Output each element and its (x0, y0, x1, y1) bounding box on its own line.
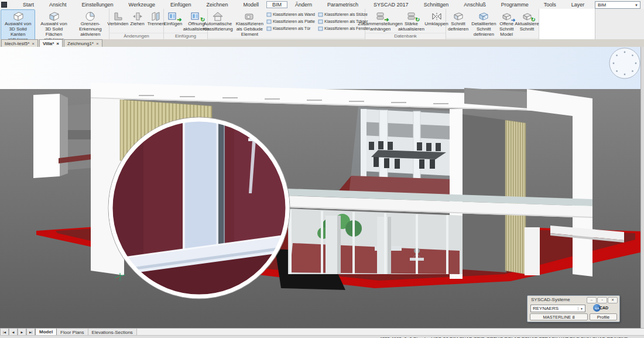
status-bar[interactable]: 4733.4693, 0 ,0 Standard ISO-50 BIM SNAP… (0, 335, 644, 338)
viewport-3d-scene[interactable] (0, 47, 644, 328)
classify-traeger-icon (318, 19, 323, 24)
doc-tab-zeichnung1[interactable]: Zeichnung1* × (64, 39, 102, 47)
menu-modell[interactable]: Modell (236, 1, 267, 8)
ribbon-group-auswahl: Auswahl von 3D Solid Kanten aktivieren A… (0, 9, 109, 39)
close-icon[interactable]: × (32, 41, 35, 46)
masterline-button[interactable]: MASTERLINE 8 (530, 313, 588, 320)
button-label: Trennen (147, 22, 165, 27)
button-label: Aktualisiere Schnitt (515, 22, 539, 32)
status-bar-text: 4733.4693, 0 ,0 Standard ISO-50 BIM SNAP… (379, 336, 644, 338)
document-tab-bar: blech-test5* × Villa* × Zeichnung1* × (0, 39, 644, 47)
flip-icon (430, 11, 444, 22)
menu-ansicht[interactable]: Ansicht (42, 1, 74, 8)
ribbon-empty-panel (539, 9, 595, 39)
menu-layer[interactable]: Layer (564, 1, 592, 8)
menu-bim[interactable]: BIM (266, 1, 287, 8)
select-3dsolid-faces-button[interactable]: Auswahl von 3D Solid Flächen aktivieren (36, 9, 71, 43)
small-button-label: Klassifizieren als Stütze (324, 12, 368, 16)
database-refresh-icon: ↻ (405, 11, 419, 22)
klassifizieren-als-wand-button[interactable]: Klassifizieren als Wand (266, 12, 315, 17)
verbinden-button[interactable]: Verbinden (107, 9, 128, 28)
einfuegen-button[interactable]: ➜ Einfügen (163, 9, 184, 28)
refresh-glyph: ↻ (200, 17, 205, 23)
close-icon[interactable]: × (96, 41, 99, 46)
doc-tab-label: blech-test5* (5, 41, 29, 46)
klassifizieren-als-stuetze-button[interactable]: Klassifizieren als Stütze (318, 12, 370, 17)
ribbon-group-aenderungen: Verbinden Ziehen Trennen Änderungen (109, 9, 164, 39)
menu-einstellungen[interactable]: Einstellungen (74, 1, 121, 8)
detaillierten-schnitt-button[interactable]: Detaillierten Schnitt definieren (470, 9, 497, 38)
menu-bar: Start Ansicht Einstellungen Werkzeuge Ei… (0, 0, 644, 9)
cube-faces-icon (47, 11, 61, 22)
klassifizieren-gebaeude-element-button[interactable]: Klassifizieren als Gebäude Element (235, 9, 265, 38)
minimize-icon[interactable]: – (587, 297, 597, 303)
group-label-datenbank: Datenbank (365, 33, 446, 39)
doc-tab-villa[interactable]: Villa* × (39, 39, 63, 47)
close-icon[interactable]: × (56, 41, 59, 46)
viewport-scrollbar[interactable] (640, 47, 644, 328)
menu-werkzeuge[interactable]: Werkzeuge (121, 1, 163, 8)
menu-einfuegen[interactable]: Einfügen (163, 1, 199, 8)
button-label: Ziehen (130, 22, 144, 27)
database-attach-icon: ➜ (374, 11, 388, 22)
menu-zeichnen[interactable]: Zeichnen (198, 1, 235, 8)
klassifizieren-als-platte-button[interactable]: Klassifizieren als Platte (266, 19, 315, 24)
building-element-icon (242, 11, 256, 22)
ribbon: Auswahl von 3D Solid Kanten aktivieren A… (0, 9, 644, 40)
maximize-icon[interactable]: ▫ (597, 297, 607, 303)
dialog-window-buttons: – ▫ ✕ (587, 297, 618, 303)
syscad-logo-text: CAD (600, 306, 608, 310)
button-label: Schnitt definieren (448, 22, 468, 32)
schnitt-definieren-button[interactable]: Schnitt definieren (447, 9, 470, 33)
menu-schnittgen[interactable]: Schnittgen (416, 1, 457, 8)
insert-window-icon: ➜ (166, 11, 180, 22)
menu-anschluss[interactable]: Anschluß (456, 1, 494, 8)
workspace-value: BIM (595, 2, 635, 8)
menu-syscad-2017[interactable]: SYSCAD 2017 (366, 1, 416, 8)
select-3dsolid-edges-button[interactable]: Auswahl von 3D Solid Kanten aktivieren (1, 9, 35, 43)
profile-button[interactable]: Profile (590, 313, 617, 320)
workspace-dropdown[interactable]: BIM ▼ (595, 1, 640, 9)
button-label: Umklappen (424, 22, 448, 27)
split-icon (149, 11, 163, 22)
button-label: Automatische Klassifizierung (203, 22, 233, 32)
refresh-glyph: ↻ (415, 17, 420, 23)
doc-tab-label: Villa* (43, 41, 54, 46)
classify-platte-icon (266, 19, 272, 24)
compass-dial[interactable] (609, 48, 640, 78)
classify-stuetze-icon (318, 12, 323, 17)
classify-tuer-icon (266, 26, 272, 31)
automatische-klassifizierung-button[interactable]: Automatische Klassifizierung (201, 9, 234, 33)
button-label: Detaillierten Schnitt definieren (471, 22, 496, 37)
ziehen-button[interactable]: Ziehen (129, 9, 145, 28)
boundary-detection-button[interactable]: Grenzen-Erkennung aktivieren (73, 9, 108, 38)
system-dropdown[interactable]: REYNAERS ▼ (530, 305, 585, 312)
zusammenstellungen-anhaengen-button[interactable]: ➜ Zusammenstellungen anhängen (364, 9, 398, 33)
umklappen-button[interactable]: Umklappen (426, 9, 448, 28)
menu-parametrisch[interactable]: Parametrisch (320, 1, 366, 8)
menu-start[interactable]: Start (15, 1, 42, 8)
doc-tab-blech-test5[interactable]: blech-test5* × (1, 39, 38, 47)
dialog-title: SYSCAD-Systeme (531, 297, 570, 302)
house-icon (211, 11, 225, 22)
staerke-aktualisieren-button[interactable]: ↻ Stärke aktualisieren (398, 9, 425, 33)
button-label: Klassifizieren als Gebäude Element (236, 22, 263, 37)
chevron-down-icon: ▼ (578, 307, 585, 310)
aktualisiere-schnitt-button[interactable]: ↻ Aktualisiere Schnitt (516, 9, 538, 33)
menu-aendern[interactable]: Ändern (287, 1, 320, 8)
button-label: Stärke aktualisieren (398, 22, 424, 32)
app-icon[interactable] (1, 2, 7, 8)
doc-tab-label: Zeichnung1* (67, 41, 94, 46)
opening-refresh-icon: ↻ (189, 11, 203, 22)
klassifizieren-als-tuer-button[interactable]: Klassifizieren als Tür (266, 26, 315, 31)
offene-schnitt-model-button[interactable]: ➜ Offene Schnitt Model (498, 9, 515, 38)
close-icon[interactable]: ✕ (608, 297, 618, 303)
boundary-detect-icon (83, 11, 97, 22)
classify-fenster-icon (318, 26, 323, 31)
button-label: Grenzen-Erkennung aktivieren (74, 22, 107, 37)
menu-programme[interactable]: Programme (494, 1, 536, 8)
syscad-systeme-dialog[interactable]: SYSCAD-Systeme – ▫ ✕ REYNAERS ▼ sys CAD … (527, 295, 620, 322)
menu-tools[interactable]: Tools (536, 1, 564, 8)
green-arrow-glyph: ➜ (177, 17, 181, 23)
refresh-glyph: ↻ (531, 17, 536, 23)
